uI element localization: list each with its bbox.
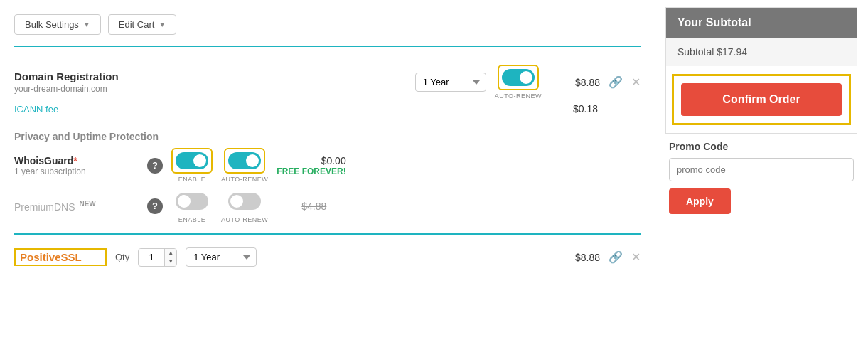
toolbar: Bulk Settings ▼ Edit Cart ▼ (14, 14, 641, 35)
qty-up-button[interactable]: ▲ (165, 249, 176, 257)
premiumdns-price: $4.88 (277, 201, 326, 212)
domain-item-domain: your-dream-domain.com (14, 84, 178, 94)
whoisguard-autorenew-toggle-container: AUTO-RENEW (221, 148, 268, 183)
whoisguard-autorenew-toggle[interactable] (228, 152, 261, 169)
whoisguard-autorenew-knob (246, 154, 259, 167)
premiumdns-help-icon[interactable]: ? (147, 198, 163, 214)
ssl-remove-icon[interactable]: ✕ (631, 250, 641, 264)
confirm-btn-wrapper: Confirm Order (672, 74, 851, 125)
bulk-settings-arrow-icon: ▼ (83, 21, 90, 28)
premiumdns-enable-toggle-wrapper (171, 188, 213, 214)
icann-label: ICANN fee (14, 104, 178, 115)
qty-down-button[interactable]: ▼ (165, 257, 176, 266)
whoisguard-enable-knob (193, 154, 206, 167)
ssl-year-select[interactable]: 1 Year (186, 247, 257, 267)
edit-cart-button[interactable]: Edit Cart ▼ (108, 14, 176, 35)
domain-autorenew-toggle[interactable] (502, 69, 535, 86)
whoisguard-enable-label: ENABLE (178, 176, 206, 183)
qty-label: Qty (115, 252, 129, 262)
domain-year-select[interactable]: 1 Year (415, 73, 486, 92)
whoisguard-free-label: FREE FOREVER! (277, 166, 345, 176)
ssl-price: $8.88 (550, 252, 600, 263)
confirm-order-button[interactable]: Confirm Order (681, 83, 842, 116)
whoisguard-enable-toggle[interactable] (176, 152, 208, 169)
whoisguard-help-icon[interactable]: ? (147, 158, 163, 174)
promo-label: Promo Code (669, 141, 854, 152)
ssl-row: PositiveSSL Qty ▲ ▼ 1 Year $8.88 🔗 ✕ (14, 242, 641, 272)
bulk-settings-label: Bulk Settings (25, 19, 79, 30)
domain-registration-item: Domain Registration your-dream-domain.co… (14, 58, 641, 125)
icann-fee-row: ICANN fee $0.18 (14, 100, 641, 118)
domain-item-name: Domain Registration (14, 70, 178, 82)
whoisguard-price: $0.00 FREE FOREVER! (277, 155, 345, 176)
whoisguard-row: WhoisGuard* 1 year subscription ? ENABLE (14, 145, 641, 186)
whoisguard-info: WhoisGuard* 1 year subscription (14, 155, 139, 176)
whoisguard-asterisk: * (73, 155, 77, 166)
subtotal-value: Subtotal $17.94 (666, 38, 857, 66)
whoisguard-autorenew-toggle-wrapper (224, 148, 265, 174)
bulk-settings-button[interactable]: Bulk Settings ▼ (14, 14, 101, 35)
whoisguard-sub: 1 year subscription (14, 166, 139, 176)
premiumdns-autorenew-knob (230, 195, 243, 208)
qty-arrows: ▲ ▼ (164, 249, 176, 266)
premiumdns-info: PremiumDNS NEW (14, 200, 139, 213)
whoisguard-autorenew-label: AUTO-RENEW (221, 176, 268, 183)
qty-input-wrapper: ▲ ▼ (138, 248, 177, 267)
ssl-divider (14, 233, 641, 235)
edit-cart-arrow-icon: ▼ (159, 21, 166, 28)
domain-autorenew-knob (520, 71, 532, 84)
sidebar: Your Subtotal Subtotal $17.94 Confirm Or… (655, 7, 868, 355)
premiumdns-enable-toggle[interactable] (176, 193, 208, 210)
whoisguard-enable-toggle-container: ENABLE (171, 148, 213, 183)
domain-link-icon[interactable]: 🔗 (609, 75, 623, 89)
premiumdns-new-badge: NEW (79, 200, 95, 208)
subtotal-header: Your Subtotal (666, 8, 857, 38)
subtotal-box: Your Subtotal Subtotal $17.94 Confirm Or… (665, 7, 857, 134)
promo-input[interactable] (669, 158, 854, 181)
icann-price: $0.18 (541, 103, 598, 115)
domain-item-info: Domain Registration your-dream-domain.co… (14, 70, 178, 94)
whoisguard-name: WhoisGuard* (14, 155, 139, 166)
premiumdns-name: PremiumDNS NEW (14, 200, 139, 213)
premiumdns-enable-label: ENABLE (178, 216, 206, 223)
premiumdns-row: PremiumDNS NEW ? ENABLE (14, 186, 641, 226)
ssl-item-name: PositiveSSL (14, 248, 107, 266)
confirm-btn-container: Confirm Order (666, 66, 857, 133)
premiumdns-autorenew-toggle[interactable] (228, 193, 261, 210)
premiumdns-autorenew-toggle-container: AUTO-RENEW (221, 188, 268, 223)
top-divider (14, 46, 641, 47)
premiumdns-autorenew-label: AUTO-RENEW (221, 216, 268, 223)
edit-cart-label: Edit Cart (119, 19, 155, 30)
qty-input[interactable] (139, 249, 164, 265)
domain-remove-icon[interactable]: ✕ (631, 75, 641, 89)
domain-autorenew-label: AUTO-RENEW (495, 92, 542, 100)
domain-autorenew-toggle-wrapper (498, 65, 539, 90)
domain-price: $8.88 (550, 77, 600, 88)
protection-section: Privacy and Uptime Protection WhoisGuard… (14, 125, 641, 226)
premiumdns-enable-toggle-container: ENABLE (171, 188, 213, 223)
whoisguard-enable-toggle-wrapper (171, 148, 213, 174)
premiumdns-enable-knob (178, 195, 191, 208)
premiumdns-autorenew-toggle-wrapper (224, 188, 265, 214)
apply-button[interactable]: Apply (669, 188, 731, 214)
domain-autorenew-toggle-container: AUTO-RENEW (495, 65, 542, 100)
promo-section: Promo Code Apply (665, 134, 857, 221)
protection-label: Privacy and Uptime Protection (14, 125, 641, 145)
ssl-link-icon[interactable]: 🔗 (609, 250, 623, 264)
